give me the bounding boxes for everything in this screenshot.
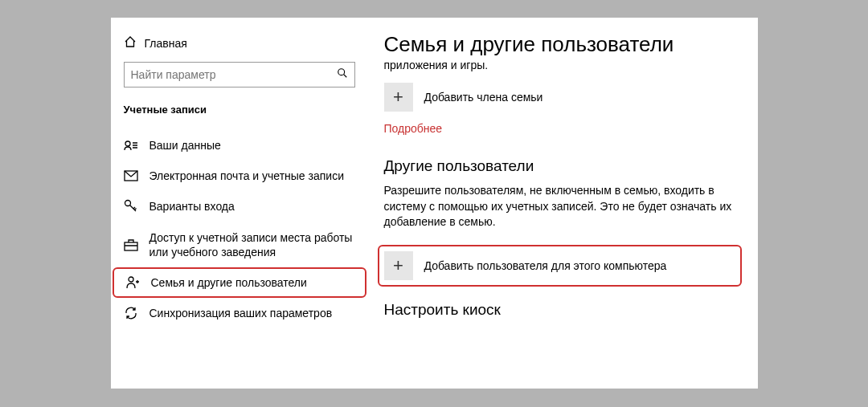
other-users-header: Другие пользователи (384, 157, 739, 175)
page-subtitle: приложения и игры. (384, 59, 739, 71)
page-title: Семья и другие пользователи (384, 32, 739, 57)
add-family-row[interactable]: + Добавить члена семьи (384, 83, 739, 112)
sidebar-item-label: Электронная почта и учетные записи (149, 169, 344, 183)
sidebar-section-title: Учетные записи (111, 97, 368, 130)
envelope-icon (124, 170, 138, 181)
sidebar-item-label: Варианты входа (149, 199, 235, 214)
sidebar-item-email[interactable]: Электронная почта и учетные записи (111, 161, 368, 191)
sidebar-item-work[interactable]: Доступ к учетной записи места работы или… (111, 222, 368, 267)
plus-icon: + (384, 83, 413, 112)
sidebar-item-label: Синхронизация ваших параметров (149, 306, 333, 320)
sidebar-item-label: Доступ к учетной записи места работы или… (149, 230, 355, 259)
kiosk-header: Настроить киоск (384, 301, 739, 319)
add-user-row[interactable]: + Добавить пользователя для этого компью… (378, 245, 742, 287)
svg-point-5 (129, 277, 133, 282)
sidebar-item-signin[interactable]: Варианты входа (111, 191, 368, 222)
briefcase-icon (124, 238, 138, 251)
settings-window: Главная Учетные записи Ваши данные Элект… (111, 18, 758, 389)
svg-point-0 (338, 69, 344, 75)
sync-icon (124, 306, 138, 320)
search-input[interactable] (131, 68, 337, 81)
add-user-label: Добавить пользователя для этого компьюте… (424, 259, 667, 272)
other-users-desc: Разрешите пользователям, не включенным в… (384, 183, 739, 230)
person-plus-icon (125, 275, 140, 290)
sidebar-item-label: Ваши данные (149, 138, 221, 153)
person-card-icon (124, 139, 138, 152)
key-icon (124, 199, 138, 214)
svg-point-1 (125, 141, 130, 146)
svg-rect-4 (125, 242, 137, 250)
sidebar: Главная Учетные записи Ваши данные Элект… (111, 18, 368, 389)
content-pane: Семья и другие пользователи приложения и… (368, 18, 758, 389)
search-box[interactable] (124, 62, 355, 88)
sidebar-home[interactable]: Главная (111, 32, 368, 59)
plus-icon: + (384, 251, 413, 280)
sidebar-item-family[interactable]: Семья и другие пользователи (113, 267, 366, 298)
sidebar-item-sync[interactable]: Синхронизация ваших параметров (111, 298, 368, 328)
sidebar-item-your-info[interactable]: Ваши данные (111, 130, 368, 161)
home-icon (124, 35, 137, 51)
more-link[interactable]: Подробнее (384, 122, 443, 135)
sidebar-item-label: Семья и другие пользователи (151, 275, 307, 290)
search-icon (337, 67, 348, 82)
sidebar-home-label: Главная (145, 37, 187, 50)
svg-point-3 (125, 201, 130, 206)
add-family-label: Добавить члена семьи (424, 91, 543, 104)
